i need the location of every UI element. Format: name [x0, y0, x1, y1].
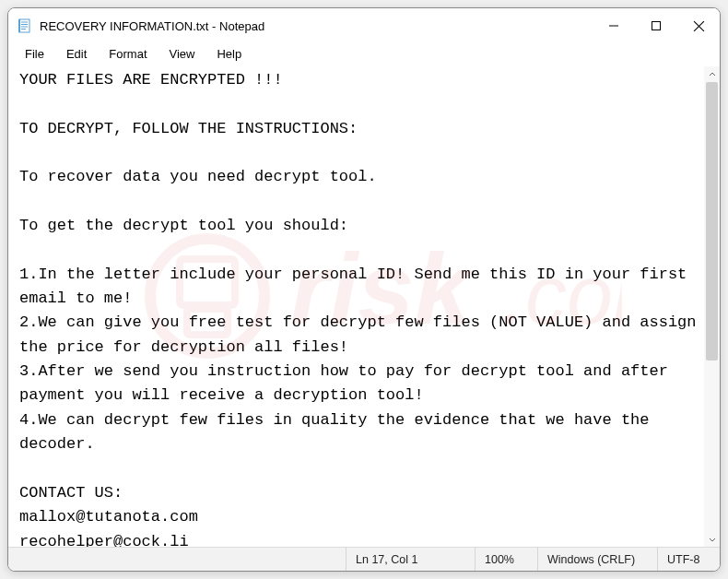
svg-rect-0 [19, 19, 29, 32]
notepad-icon [18, 18, 32, 33]
window-controls [593, 8, 720, 43]
editor-area: YOUR FILES ARE ENCRYPTED !!! TO DECRYPT,… [8, 66, 720, 547]
scrollbar-track[interactable] [704, 82, 720, 531]
line: CONTACT US: [19, 484, 123, 502]
status-line-ending: Windows (CRLF) [537, 548, 657, 571]
menu-help[interactable]: Help [207, 45, 251, 63]
line: 2.We can give you free test for decrypt … [19, 313, 704, 355]
line: To get the decrypt tool you should: [19, 217, 348, 234]
svg-rect-7 [652, 22, 661, 30]
vertical-scrollbar[interactable] [704, 66, 720, 547]
line: TO DECRYPT, FOLLOW THE INSTRUCTIONS: [19, 120, 358, 137]
status-spacer [8, 548, 346, 571]
line: mallox@tutanota.com [19, 508, 198, 526]
window-title: RECOVERY INFORMATION.txt - Notepad [40, 19, 593, 33]
scroll-up-button[interactable] [704, 66, 720, 82]
menu-file[interactable]: File [16, 45, 53, 63]
line: 1.In the letter include your personal ID… [19, 266, 697, 307]
status-encoding: UTF-8 [657, 548, 720, 571]
text-editor[interactable]: YOUR FILES ARE ENCRYPTED !!! TO DECRYPT,… [8, 66, 704, 547]
menu-edit[interactable]: Edit [57, 45, 96, 63]
status-position: Ln 17, Col 1 [346, 548, 475, 571]
close-button[interactable] [677, 8, 720, 43]
menu-view[interactable]: View [160, 45, 205, 63]
titlebar: RECOVERY INFORMATION.txt - Notepad [8, 8, 720, 43]
menu-format[interactable]: Format [100, 45, 156, 63]
menubar: File Edit Format View Help [8, 43, 720, 66]
statusbar: Ln 17, Col 1 100% Windows (CRLF) UTF-8 [8, 547, 720, 571]
line: 4.We can decrypt few files in quality th… [19, 411, 659, 453]
maximize-button[interactable] [635, 8, 677, 43]
svg-rect-5 [18, 19, 20, 32]
status-zoom: 100% [475, 548, 537, 571]
line: YOUR FILES ARE ENCRYPTED !!! [19, 71, 283, 89]
notepad-window: RECOVERY INFORMATION.txt - Notepad File … [7, 7, 721, 572]
line: To recover data you need decrypt tool. [19, 168, 377, 185]
scrollbar-thumb[interactable] [706, 82, 718, 360]
minimize-button[interactable] [593, 8, 635, 43]
line: recohelper@cock.li [19, 533, 189, 547]
scroll-down-button[interactable] [704, 531, 720, 547]
line: 3.After we send you instruction how to p… [19, 362, 677, 404]
